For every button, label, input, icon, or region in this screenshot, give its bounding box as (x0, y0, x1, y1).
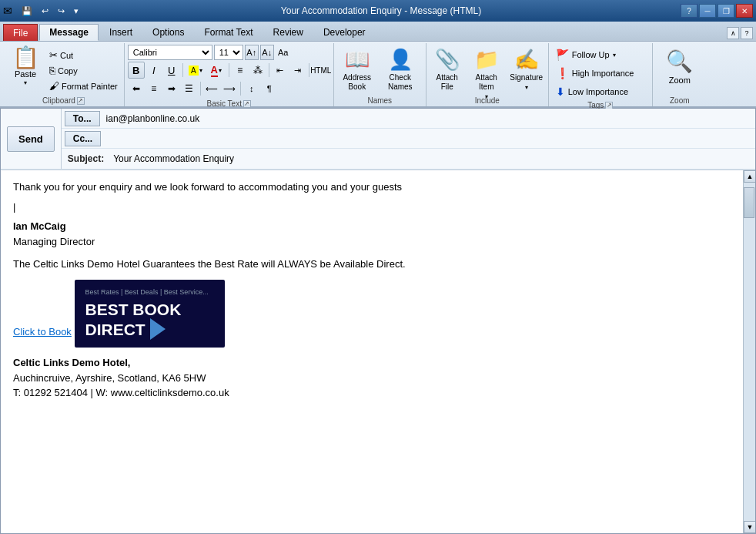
hotel-badge: Best Rates | Best Deals | Best Service..… (75, 280, 225, 348)
paste-button[interactable]: 📋 Paste ▾ (6, 45, 45, 92)
format-painter-button[interactable]: 🖌 Format Painter (46, 79, 121, 93)
qa-save-btn[interactable]: 💾 (18, 5, 35, 18)
paste-icon: 📋 (12, 47, 39, 69)
cut-button[interactable]: ✂ Cut (46, 48, 121, 62)
copy-button[interactable]: ⎘ Copy (46, 63, 121, 78)
rtl-btn[interactable]: ⟵ (203, 80, 220, 97)
basic-text-group: Calibri 11 A↑ A↓ Aa B I U A▾ (125, 43, 334, 106)
badge-middle-text: BEST BOOK (85, 301, 214, 318)
follow-up-button[interactable]: 🚩 Follow Up ▾ (552, 46, 649, 63)
align-justify-btn[interactable]: ☰ (181, 80, 198, 97)
zoom-icon: 🔍 (666, 49, 693, 74)
line-spacing-btn[interactable]: ↕ (243, 80, 260, 97)
follow-up-label: Follow Up (572, 50, 610, 59)
email-fields: Send To... ian@planbonline.co.uk Cc... S… (1, 109, 755, 170)
align-right-btn[interactable]: ➡ (163, 80, 180, 97)
hotel-address: Auchincruive, Ayrshire, Scotland, KA6 5H… (13, 371, 728, 386)
tab-options[interactable]: Options (143, 24, 193, 41)
cc-field-value[interactable] (104, 137, 755, 140)
paste-label: Paste (15, 69, 36, 79)
high-importance-icon: ❗ (556, 67, 569, 79)
ltr-btn[interactable]: ⟶ (221, 80, 238, 97)
body-intro-text: Thank you for your enquiry and we look f… (13, 180, 728, 195)
font-family-select[interactable]: Calibri (128, 45, 212, 60)
send-button-container: Send (1, 109, 62, 169)
body-scrollbar[interactable]: ▲ ▼ (743, 170, 755, 533)
format-painter-label: Format Painter (62, 82, 118, 91)
qa-undo-btn[interactable]: ↩ (38, 5, 52, 18)
paragraph-style-btn[interactable]: ¶ (261, 80, 278, 97)
basic-text-expand-btn[interactable]: ↗ (243, 100, 251, 108)
attach-item-icon: 📁 (474, 48, 499, 72)
subject-field-value[interactable]: Your Accommodation Enquiry (110, 152, 755, 166)
tab-file[interactable]: File (3, 24, 38, 41)
hotel-contact: T: 01292 521404 | W: www.celticlinksdemo… (13, 385, 728, 401)
click-to-book-link[interactable]: Click to Book (13, 326, 72, 338)
font-color-btn[interactable]: A▾ (206, 62, 226, 79)
highlight-color-btn[interactable]: A▾ (186, 62, 206, 79)
tags-expand-btn[interactable]: ↗ (605, 102, 613, 109)
tags-group: 🚩 Follow Up ▾ ❗ High Importance ⬇ Low Im… (549, 43, 653, 106)
close-btn[interactable]: ✕ (736, 4, 753, 18)
tab-insert[interactable]: Insert (100, 24, 142, 41)
cut-icon: ✂ (49, 49, 58, 61)
names-group: 📖 Address Book 👤 Check Names Names (334, 43, 427, 106)
low-importance-button[interactable]: ⬇ Low Importance (552, 83, 649, 100)
basic-text-group-label: Basic Text (207, 99, 242, 108)
align-left-btn[interactable]: ⬅ (128, 80, 145, 97)
text-direction-btn[interactable]: HTML (312, 62, 330, 79)
font-size-increase-btn[interactable]: A↑ (245, 45, 259, 60)
increase-indent-btn[interactable]: ⇥ (289, 62, 306, 79)
decrease-indent-btn[interactable]: ⇤ (272, 62, 289, 79)
attach-item-button[interactable]: 📁 Attach Item ▾ (467, 45, 507, 92)
attach-file-button[interactable]: 📎 Attach File (430, 45, 465, 92)
maximize-btn[interactable]: ❐ (718, 4, 734, 18)
low-importance-icon: ⬇ (556, 86, 565, 98)
help-btn[interactable]: ? (681, 4, 697, 18)
copy-label: Copy (58, 66, 78, 76)
check-names-icon: 👤 (388, 48, 413, 72)
include-group: 📎 Attach File 📁 Attach Item ▾ ✍ Signatur… (427, 43, 549, 106)
font-size-select[interactable]: 11 (214, 45, 243, 60)
zoom-button[interactable]: 🔍 Zoom (658, 45, 701, 93)
align-center-btn[interactable]: ≡ (146, 80, 162, 97)
qa-redo-btn[interactable]: ↪ (55, 5, 68, 18)
bold-btn[interactable]: B (128, 62, 145, 79)
address-book-icon: 📖 (345, 48, 370, 72)
font-size-decrease-btn[interactable]: A↓ (260, 45, 274, 60)
minimize-btn[interactable]: ─ (699, 4, 716, 18)
tab-format-text[interactable]: Format Text (195, 24, 262, 41)
numbering-btn[interactable]: ⁂ (249, 62, 266, 79)
badge-bottom-text: DIRECT (85, 318, 214, 340)
address-book-button[interactable]: 📖 Address Book (337, 45, 377, 92)
qa-arrow-btn[interactable]: ▾ (71, 5, 82, 18)
tab-message[interactable]: Message (39, 24, 99, 41)
help-ribbon-btn[interactable]: ? (741, 27, 753, 39)
tab-review[interactable]: Review (264, 24, 313, 41)
clipboard-expand-btn[interactable]: ↗ (77, 97, 85, 105)
italic-btn[interactable]: I (146, 62, 162, 79)
send-button[interactable]: Send (7, 126, 55, 152)
badge-top-text: Best Rates | Best Deals | Best Service..… (85, 287, 214, 298)
signature-title: Managing Director (13, 234, 728, 250)
to-field-value[interactable]: ian@planbonline.co.uk (103, 112, 755, 126)
scroll-up-btn[interactable]: ▲ (744, 170, 755, 183)
high-importance-button[interactable]: ❗ High Importance (552, 65, 649, 82)
bullets-btn[interactable]: ≡ (232, 62, 249, 79)
to-button[interactable]: To... (65, 111, 100, 126)
address-book-label: Address Book (340, 73, 374, 92)
zoom-group-label: Zoom (670, 96, 690, 105)
follow-up-icon: 🚩 (556, 49, 569, 61)
tab-developer[interactable]: Developer (314, 24, 375, 41)
underline-btn[interactable]: U (163, 62, 180, 79)
check-names-button[interactable]: 👤 Check Names (380, 45, 420, 92)
clear-format-btn[interactable]: Aa (276, 45, 291, 60)
high-importance-label: High Importance (572, 69, 634, 78)
zoom-group: 🔍 Zoom Zoom (653, 43, 707, 106)
ribbon-collapse-btn[interactable]: ∧ (727, 27, 739, 39)
email-body[interactable]: Thank you for your enquiry and we look f… (1, 170, 743, 533)
scroll-down-btn[interactable]: ▼ (744, 521, 755, 533)
window-title: Your Accommodation Enquiry - Message (HT… (82, 5, 681, 16)
signature-button[interactable]: ✍ Signature ▾ (508, 45, 545, 92)
cc-button[interactable]: Cc... (65, 131, 101, 146)
